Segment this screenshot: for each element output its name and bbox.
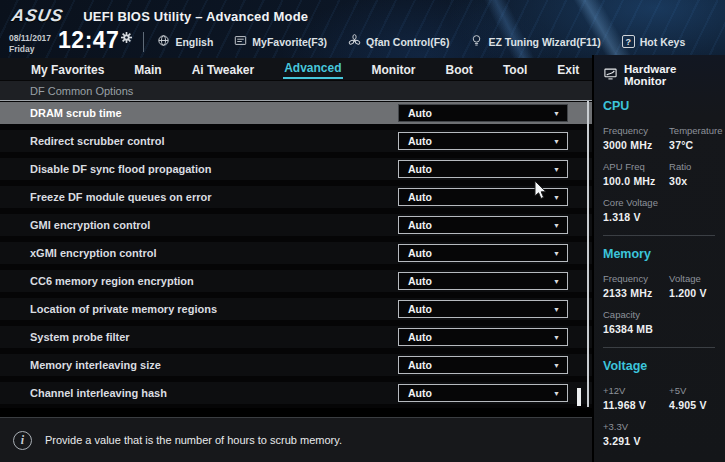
metric-label: Capacity <box>603 309 669 320</box>
dropdown-value: Auto <box>408 163 432 175</box>
setting-row[interactable]: Disable DF sync flood propagation Auto <box>0 158 592 180</box>
section-title-memory: Memory <box>603 247 719 261</box>
hardware-monitor-panel: Hardware Monitor CPU Frequency 3000 MHz … <box>592 55 725 462</box>
setting-row[interactable]: Location of private memory regions Auto <box>0 298 592 320</box>
voltage-metrics: +12V 11.968 V +5V 4.905 V +3.3V 3.291 V <box>603 385 719 447</box>
setting-dropdown[interactable]: Auto <box>398 216 568 234</box>
toolbar-item-ez-tuning[interactable]: EZ Tuning Wizard(F11) <box>470 34 600 49</box>
setting-label: GMI encryption control <box>0 219 150 231</box>
menu-tab[interactable]: Advanced <box>283 59 342 79</box>
hw-metric: +3.3V 3.291 V <box>603 421 669 447</box>
chevron-down-icon <box>553 222 560 229</box>
setting-dropdown[interactable]: Auto <box>398 300 568 318</box>
setting-dropdown[interactable]: Auto <box>398 244 568 262</box>
time-block[interactable]: 12:47 <box>58 28 132 52</box>
metric-label: APU Freq <box>603 161 669 172</box>
myfavorite-icon <box>234 34 247 49</box>
mouse-cursor <box>534 181 550 206</box>
chevron-down-icon <box>553 390 560 397</box>
setting-dropdown[interactable]: Auto <box>398 160 568 178</box>
dropdown-value: Auto <box>408 275 432 287</box>
toolbar-item-label: MyFavorite(F3) <box>252 36 327 48</box>
toolbar-item-label: English <box>175 36 213 48</box>
setting-row[interactable]: Freeze DF module queues on error Auto <box>0 186 592 208</box>
hw-metric: Frequency 3000 MHz <box>603 125 669 151</box>
header-banner: ASUS UEFI BIOS Utility – Advanced Mode 0… <box>0 0 725 58</box>
gear-icon[interactable] <box>121 29 132 47</box>
setting-row[interactable]: xGMI encryption control Auto <box>0 242 592 264</box>
dropdown-value: Auto <box>408 359 432 371</box>
cpu-metrics: Frequency 3000 MHz Temperature 37°C APU … <box>603 125 719 223</box>
scrollbar-thumb[interactable] <box>577 388 581 406</box>
menu-tab[interactable]: Exit <box>556 61 580 79</box>
chevron-down-icon <box>553 138 560 145</box>
setting-row[interactable]: CC6 memory region encryption Auto <box>0 270 592 292</box>
chevron-down-icon <box>553 250 560 257</box>
dropdown-value: Auto <box>408 303 432 315</box>
menu-tab[interactable]: Ai Tweaker <box>191 61 255 79</box>
fan-icon <box>348 34 361 49</box>
hw-metric: Temperature 37°C <box>669 125 719 151</box>
setting-row[interactable]: GMI encryption control Auto <box>0 214 592 236</box>
setting-dropdown[interactable]: Auto <box>398 104 568 122</box>
hardware-monitor-header: Hardware Monitor <box>603 63 719 87</box>
question-icon <box>622 35 635 48</box>
metric-label: Core Voltage <box>603 197 669 208</box>
metric-value: 1.318 V <box>603 211 669 223</box>
metric-label: +3.3V <box>603 421 669 432</box>
hw-metric: Core Voltage 1.318 V <box>603 197 669 223</box>
hw-metric: APU Freq 100.0 MHz <box>603 161 669 187</box>
menu-tab[interactable]: Tool <box>502 61 528 79</box>
page-title: UEFI BIOS Utility – Advanced Mode <box>83 9 308 24</box>
chevron-down-icon <box>553 278 560 285</box>
setting-dropdown[interactable]: Auto <box>398 384 568 402</box>
metric-value: 3000 MHz <box>603 139 669 151</box>
setting-row[interactable]: DRAM scrub time Auto <box>0 102 592 124</box>
day-value: Friday <box>9 44 51 55</box>
menu-tab[interactable]: My Favorites <box>30 61 105 79</box>
setting-row[interactable]: System probe filter Auto <box>0 326 592 348</box>
bulb-icon <box>470 34 483 49</box>
metric-label: Frequency <box>603 125 669 136</box>
monitor-icon <box>603 67 618 83</box>
globe-icon <box>157 34 170 49</box>
metric-label: Ratio <box>669 161 719 172</box>
setting-dropdown[interactable]: Auto <box>398 272 568 290</box>
setting-dropdown[interactable]: Auto <box>398 356 568 374</box>
section-divider <box>603 347 715 348</box>
menu-tab[interactable]: Boot <box>445 61 474 79</box>
toolbar-item-myfavorite[interactable]: MyFavorite(F3) <box>234 34 327 49</box>
menu-tab[interactable]: Monitor <box>371 61 417 79</box>
dropdown-value: Auto <box>408 219 432 231</box>
setting-dropdown[interactable]: Auto <box>398 328 568 346</box>
scrollbar-track[interactable] <box>587 101 589 407</box>
dropdown-value: Auto <box>408 247 432 259</box>
setting-row[interactable]: Memory interleaving size Auto <box>0 354 592 376</box>
setting-row[interactable]: Redirect scrubber control Auto <box>0 130 592 152</box>
metric-value: 16384 MB <box>603 323 669 335</box>
hw-metric: Voltage 1.200 V <box>669 273 719 299</box>
toolbar-item-hotkeys[interactable]: Hot Keys <box>622 35 686 48</box>
toolbar: 08/11/2017 Friday 12:47 <box>0 25 725 58</box>
menu-tabs: My Favorites Main Ai Tweaker Advanced Mo… <box>0 58 592 80</box>
toolbar-item-qfan[interactable]: Qfan Control(F6) <box>348 34 449 49</box>
dropdown-value: Auto <box>408 191 432 203</box>
setting-label: xGMI encryption control <box>0 247 157 259</box>
metric-label: Voltage <box>669 273 719 284</box>
dropdown-value: Auto <box>408 387 432 399</box>
toolbar-item-language[interactable]: English <box>157 34 213 49</box>
setting-dropdown[interactable]: Auto <box>398 132 568 150</box>
dropdown-value: Auto <box>408 107 432 119</box>
dropdown-value: Auto <box>408 331 432 343</box>
datetime-block: 08/11/2017 Friday 12:47 <box>0 28 132 55</box>
footer-bar: Provide a value that is the number of ho… <box>0 417 592 462</box>
metric-label: +5V <box>669 385 719 396</box>
hw-metric: Ratio 30x <box>669 161 719 187</box>
menu-tab[interactable]: Main <box>133 61 162 79</box>
metric-value: 11.968 V <box>603 399 669 411</box>
metric-value: 37°C <box>669 139 719 151</box>
setting-row[interactable]: Channel interleaving hash Auto <box>0 382 592 404</box>
metric-value: 3.291 V <box>603 435 669 447</box>
section-title-cpu: CPU <box>603 99 719 113</box>
setting-label: Disable DF sync flood propagation <box>0 163 212 175</box>
